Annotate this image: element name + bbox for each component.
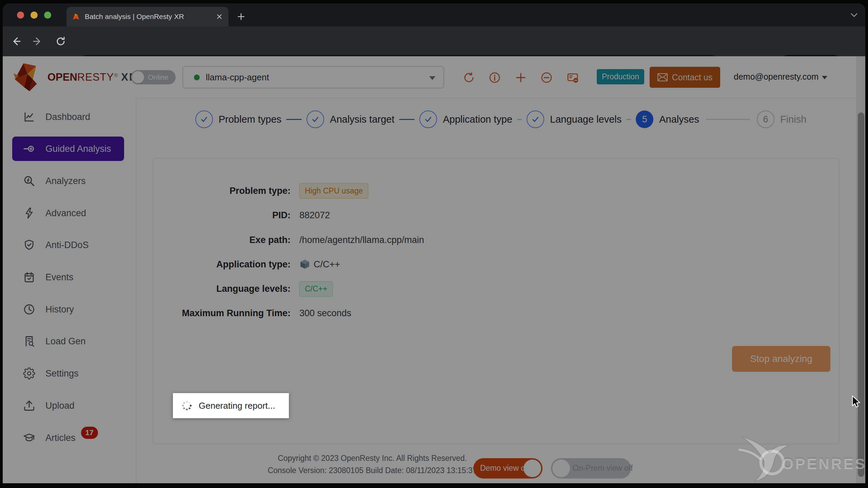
back-button[interactable] — [11, 36, 21, 46]
reload-button[interactable] — [56, 36, 66, 46]
close-window-button[interactable] — [17, 12, 24, 19]
web-page: OPENRESTY®XRAY Online llama-cpp-agent — [3, 56, 865, 483]
browser-tab[interactable]: Batch analysis | OpenResty XR — [66, 7, 229, 26]
forward-button[interactable] — [33, 36, 43, 46]
minimize-window-button[interactable] — [31, 12, 38, 19]
spinner-icon — [181, 400, 193, 411]
zoom-window-button[interactable] — [44, 12, 51, 19]
tab-strip: Batch analysis | OpenResty XR — [3, 3, 865, 26]
loading-text: Generating report... — [199, 401, 275, 411]
favicon-openresty-icon — [72, 13, 80, 21]
new-tab-button[interactable] — [237, 12, 245, 21]
traffic-lights — [17, 12, 51, 19]
tab-search-chevron-icon[interactable] — [850, 13, 858, 18]
generating-report-toast: Generating report... — [173, 393, 289, 418]
tab-title: Batch analysis | OpenResty XR — [85, 13, 184, 21]
mouse-cursor — [850, 395, 861, 409]
loading-dim-overlay — [3, 56, 865, 483]
browser-window: Batch analysis | OpenResty XR — [3, 3, 865, 483]
browser-toolbar: 0iitii.xray.openresty.com/targets/1165/b… — [3, 26, 865, 56]
tab-close-icon[interactable] — [216, 13, 223, 20]
screen: Batch analysis | OpenResty XR — [0, 0, 868, 488]
